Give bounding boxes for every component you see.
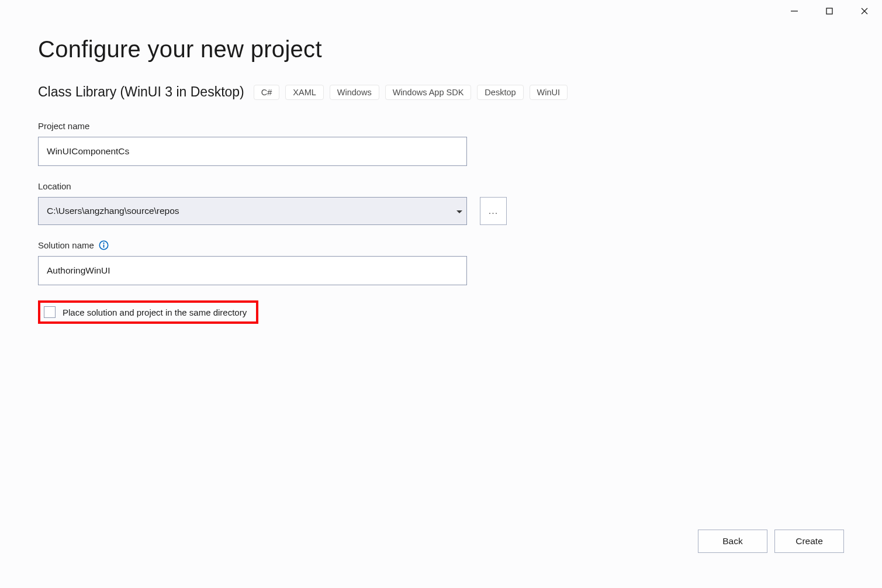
maximize-icon	[825, 7, 833, 15]
location-label: Location	[38, 181, 844, 191]
tag: C#	[254, 85, 280, 100]
svg-rect-1	[826, 8, 832, 14]
dialog-content: Configure your new project Class Library…	[38, 35, 844, 324]
info-icon[interactable]	[99, 240, 109, 250]
browse-button[interactable]: ...	[480, 197, 507, 225]
tag: Windows	[330, 85, 379, 100]
page-title: Configure your new project	[38, 35, 844, 63]
template-row: Class Library (WinUI 3 in Desktop) C# XA…	[38, 84, 844, 100]
minimize-button[interactable]	[777, 0, 812, 22]
tag: WinUI	[530, 85, 568, 100]
location-input[interactable]	[38, 197, 467, 225]
location-row: ...	[38, 197, 844, 225]
tag: Desktop	[477, 85, 523, 100]
project-name-field: Project name	[38, 121, 844, 166]
dialog-footer: Back Create	[698, 530, 844, 553]
project-name-input[interactable]	[38, 137, 467, 166]
close-icon	[860, 7, 869, 15]
maximize-button[interactable]	[812, 0, 847, 22]
solution-name-input[interactable]	[38, 256, 467, 285]
same-directory-option: Place solution and project in the same d…	[38, 300, 258, 324]
same-directory-checkbox[interactable]	[44, 306, 56, 318]
svg-point-5	[103, 243, 104, 244]
solution-name-label: Solution name	[38, 240, 844, 250]
svg-rect-6	[103, 244, 105, 248]
solution-name-field: Solution name	[38, 240, 844, 285]
same-directory-label[interactable]: Place solution and project in the same d…	[63, 307, 247, 317]
window-titlebar	[777, 0, 882, 22]
location-combo	[38, 197, 467, 225]
minimize-icon	[790, 7, 798, 15]
project-name-label: Project name	[38, 121, 844, 131]
create-button[interactable]: Create	[774, 530, 844, 553]
back-button[interactable]: Back	[698, 530, 767, 553]
tag-list: C# XAML Windows Windows App SDK Desktop …	[254, 85, 568, 100]
tag: XAML	[285, 85, 324, 100]
close-button[interactable]	[847, 0, 882, 22]
location-field: Location ...	[38, 181, 844, 225]
tag: Windows App SDK	[385, 85, 472, 100]
template-name: Class Library (WinUI 3 in Desktop)	[38, 84, 244, 100]
solution-name-label-text: Solution name	[38, 240, 94, 250]
